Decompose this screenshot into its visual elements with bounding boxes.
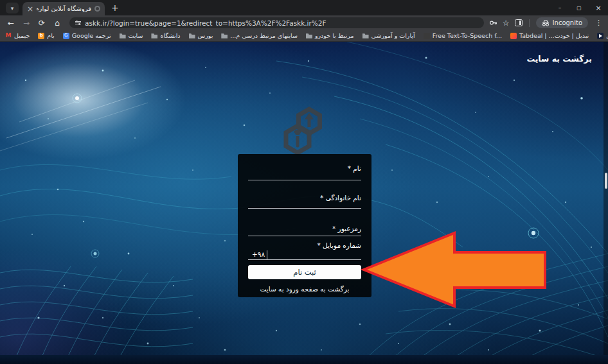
home-button[interactable]: ⌂ [50, 19, 64, 27]
bookmark-folder-bourse[interactable]: بورس [189, 32, 213, 39]
window-controls: – ▢ × [550, 0, 608, 15]
back-to-login-link[interactable]: برگشت به صفحه ورود به سایت [248, 285, 361, 293]
last-name-label: نام خانوادگی * [248, 180, 361, 202]
bam-icon: b [38, 33, 44, 39]
folder-icon [151, 33, 157, 39]
bookmark-label: بام [47, 32, 54, 39]
back-to-site-link[interactable]: برگشت به سایت [526, 54, 592, 64]
gmail-icon: M [5, 33, 12, 39]
url-text[interactable]: askk.ir/?login=true&page=1&redirect_to=h… [85, 19, 326, 27]
bookmark-label: ترجمه Google [72, 32, 111, 39]
annotation-arrow-icon [357, 225, 550, 315]
scrollbar-thumb[interactable] [605, 173, 607, 189]
tab-close-icon[interactable]: × [27, 5, 33, 13]
tts-icon [424, 33, 430, 39]
title-bar: ▾ × فروشگاه آنلاین لوازم یدکی خودرو ، و.… [0, 0, 608, 15]
bottom-strip [0, 355, 608, 364]
folder-icon [306, 33, 312, 39]
bookmark-gmail[interactable]: Mجیمیل [5, 32, 30, 39]
reload-button[interactable]: ⟳ [35, 19, 49, 27]
bookmark-label: Free Text-To-Speech f... [433, 32, 502, 39]
password-manager-icon[interactable] [489, 19, 497, 27]
register-button[interactable]: ثبت نام [248, 265, 361, 279]
tabdeal-icon [510, 33, 517, 39]
browser-window: ▾ × فروشگاه آنلاین لوازم یدکی خودرو ، و.… [0, 0, 608, 364]
folder-icon [221, 33, 228, 39]
bookmark-folder-aparat[interactable]: آپارات و آموزشی [362, 32, 415, 39]
site-logo [282, 105, 325, 155]
first-name-label: نام * [248, 154, 361, 172]
bookmark-label: آپارات و آموزشی [371, 32, 415, 39]
toolbar-right: ☆ Incognito ⋮ [489, 17, 604, 28]
bookmark-tts[interactable]: Free Text-To-Speech f... [424, 32, 502, 39]
scrollbar-track[interactable] [604, 42, 608, 355]
tab-title: فروشگاه آنلاین لوازم یدکی خودرو ، و... [37, 5, 91, 12]
bookmark-label: سایت [129, 32, 143, 39]
country-code-prefix: +۹۸ [248, 250, 267, 259]
bookmark-label: بورس [198, 32, 213, 39]
password-label: رمزعبور * [248, 209, 361, 232]
bookmark-google-translate[interactable]: Gترجمه Google [63, 32, 111, 39]
site-info-icon[interactable] [75, 21, 81, 24]
google-translate-icon: G [63, 33, 69, 39]
bookmark-star-icon[interactable]: ☆ [503, 19, 510, 28]
input-cursor [267, 250, 267, 259]
chevron-down-icon: ▾ [11, 5, 14, 12]
incognito-label: Incognito [553, 19, 582, 26]
bookmark-marvik[interactable]: مرویک آنلاین [597, 32, 608, 39]
arrow-up-icon [305, 113, 314, 127]
incognito-icon [542, 20, 550, 26]
mobile-input[interactable]: +۹۸ [248, 249, 361, 260]
bookmark-folder-university[interactable]: دانشگاه [151, 32, 180, 39]
mobile-label: شماره موبایل * [248, 236, 361, 249]
toolbar-separator [529, 19, 530, 27]
side-panel-icon[interactable] [515, 19, 523, 26]
forward-button[interactable]: → [19, 19, 33, 27]
bookmark-bam[interactable]: bبام [38, 32, 54, 39]
bookmarks-bar: Mجیمیل bبام Gترجمه Google سایت دانشگاه ب… [0, 30, 608, 42]
bookmark-folder-car-related[interactable]: مرتبط با خودرو [306, 32, 354, 39]
wrench-icon [294, 130, 301, 148]
new-tab-button[interactable]: + [111, 3, 119, 13]
bookmark-tabdeal[interactable]: تبدیل | خودت... | Tabdeal [510, 32, 589, 39]
bookmark-label: مرتبط با خودرو [315, 32, 354, 39]
folder-icon [120, 33, 126, 39]
browser-toolbar: ← → ⟳ ⌂ askk.ir/?login=true&page=1&redir… [0, 15, 608, 30]
bookmark-folder-course-sites[interactable]: سایتهای مرتبط درسی م... [221, 32, 298, 39]
maximize-button[interactable]: ▢ [569, 5, 589, 11]
back-button[interactable]: ← [4, 19, 18, 27]
bookmark-folder-site[interactable]: سایت [120, 32, 143, 39]
bookmark-label: دانشگاه [160, 32, 180, 39]
minimize-button[interactable]: – [550, 4, 569, 11]
browser-tab[interactable]: × فروشگاه آنلاین لوازم یدکی خودرو ، و... [22, 2, 105, 15]
tab-favicon [94, 6, 100, 12]
address-bar[interactable]: askk.ir/?login=true&page=1&redirect_to=h… [69, 17, 484, 28]
bookmark-label: جیمیل [14, 32, 30, 39]
play-icon [597, 33, 604, 39]
folder-icon [362, 33, 369, 39]
bookmark-label: سایتهای مرتبط درسی م... [230, 32, 298, 39]
bookmark-label: تبدیل | خودت... | Tabdeal [519, 32, 589, 39]
browser-menu-icon[interactable]: ⋮ [593, 19, 604, 27]
page-content: برگشت به سایت نام * نام خانوادگی * رمزعب… [0, 42, 608, 364]
incognito-badge[interactable]: Incognito [536, 17, 588, 28]
window-close-button[interactable]: × [589, 4, 608, 12]
registration-form: نام * نام خانوادگی * رمزعبور * شماره موب… [238, 154, 371, 297]
tab-search-button[interactable]: ▾ [6, 3, 19, 13]
folder-icon [189, 33, 195, 39]
